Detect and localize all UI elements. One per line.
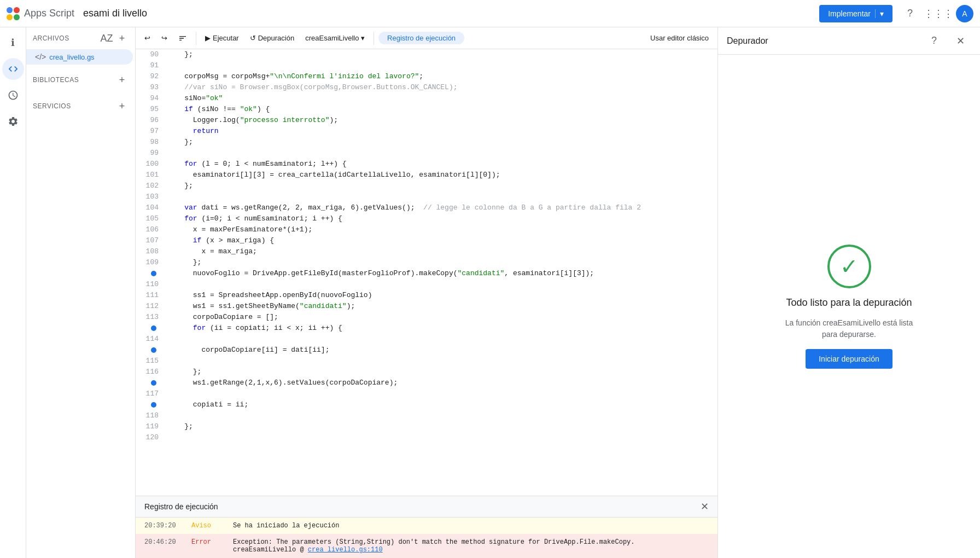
code-line-91: 91 xyxy=(136,60,718,71)
code-line-112: 112 ws1 = ss1.getSheetByName("candidati"… xyxy=(136,301,718,312)
code-lines: 90 }; 91 92 corpoMsg = corpoMsg+"\n\nCon… xyxy=(136,49,718,443)
breakpoint-115[interactable] xyxy=(151,347,156,353)
files-section-title: Archivos xyxy=(33,34,69,42)
topbar: Apps Script esami di livello Implementar… xyxy=(0,0,980,27)
libraries-section-header: Bibliotecas + xyxy=(26,69,135,91)
code-line-100: 100 for (l = 0; l < numEsaminatori; l++)… xyxy=(136,159,718,170)
debugger-header-icons: ? ✕ xyxy=(923,30,971,52)
sort-files-button[interactable]: AZ xyxy=(100,32,113,45)
apps-icon-button[interactable]: ⋮⋮⋮ xyxy=(928,3,949,25)
logo-dot-yellow xyxy=(7,14,13,20)
execution-log-button[interactable]: Registro de ejecución xyxy=(378,32,464,44)
implement-button[interactable]: Implementar ▾ xyxy=(819,5,892,22)
logo: Apps Script xyxy=(7,7,74,20)
log-time-1: 20:39:20 xyxy=(144,522,183,530)
debug-icon: ↺ xyxy=(250,34,256,42)
code-line-98: 98 }; xyxy=(136,137,718,148)
log-link-2[interactable]: crea_livello.gs:110 xyxy=(308,546,383,554)
debugger-header: Depurador ? ✕ xyxy=(718,27,980,55)
ready-check-circle: ✓ xyxy=(827,245,871,288)
services-section-title: Servicios xyxy=(33,102,71,110)
implement-caret-icon: ▾ xyxy=(875,9,884,18)
logo-dot-red xyxy=(14,7,20,13)
debugger-help-button[interactable]: ? xyxy=(923,30,945,52)
run-button[interactable]: ▶ Ejecutar xyxy=(201,32,243,44)
code-editor[interactable]: 90 }; 91 92 corpoMsg = corpoMsg+"\n\nCon… xyxy=(136,49,718,496)
app-name: Apps Script xyxy=(24,8,74,19)
exec-log-close-button[interactable]: ✕ xyxy=(701,501,709,513)
code-line-115: 115 corpoDaCopiare[ii] = dati[ii]; xyxy=(136,345,718,367)
function-selector[interactable]: creaEsamiLivello ▾ xyxy=(301,32,369,44)
toolbar-separator-2 xyxy=(374,32,374,45)
debugger-ready-title: Todo listo para la depuración xyxy=(786,297,912,309)
code-line-90: 90 }; xyxy=(136,49,718,60)
code-line-99: 99 xyxy=(136,148,718,159)
code-line-107: 107 if (x > max_riga) { xyxy=(136,235,718,246)
code-line-101: 101 esaminatori[l][3] = crea_cartella(id… xyxy=(136,170,718,181)
breakpoint-114[interactable] xyxy=(151,326,156,331)
add-library-button[interactable]: + xyxy=(115,73,129,86)
debugger-content: ✓ Todo listo para la depuración La funci… xyxy=(718,55,980,558)
avatar[interactable]: A xyxy=(956,5,973,22)
log-entry-1: 20:39:20 Aviso Se ha iniciado la ejecuci… xyxy=(136,518,718,534)
code-line-106: 106 x = maxPerEsaminatore*(i+1); xyxy=(136,224,718,235)
code-line-96: 96 Logger.log("processo interrotto"); xyxy=(136,115,718,126)
code-line-117: 117 ws1.getRange(2,1,x,6).setValues(corp… xyxy=(136,377,718,399)
google-logo xyxy=(7,7,20,20)
left-sidebar: ℹ xyxy=(0,27,26,558)
file-name: crea_livello.gs xyxy=(49,53,94,61)
code-line-97: 97 return xyxy=(136,126,718,137)
breakpoint-117[interactable] xyxy=(151,380,156,386)
exec-log-title: Registro de ejecución xyxy=(144,502,218,511)
sidebar-settings-icon[interactable] xyxy=(2,111,24,132)
log-level-2: Error xyxy=(191,538,224,554)
log-msg-2: Exception: The parameters (String,String… xyxy=(233,538,635,554)
code-line-116: 116 }; xyxy=(136,367,718,377)
code-line-102: 102 }; xyxy=(136,181,718,191)
log-link-prefix-2: creaEsamiLivello @ xyxy=(233,546,308,554)
main-layout: ℹ Archivos AZ + </> crea_livello.gs Bibl… xyxy=(0,27,980,558)
log-msg-1: Se ha iniciado la ejecución xyxy=(233,522,339,530)
breakpoint-110[interactable] xyxy=(151,271,156,276)
editor-container: ↩ ↪ ▶ Ejecutar ↺ Depuración creaEsamiLiv… xyxy=(136,27,718,558)
code-line-103: 103 xyxy=(136,191,718,202)
help-icon-button[interactable]: ? xyxy=(899,3,921,25)
add-file-button[interactable]: + xyxy=(115,32,129,45)
code-line-111: 111 ss1 = SpreadsheetApp.openById(nuovoF… xyxy=(136,290,718,301)
toolbar: ↩ ↪ ▶ Ejecutar ↺ Depuración creaEsamiLiv… xyxy=(136,27,718,49)
code-line-114: 114 for (ii = copiati; ii < x; ii ++) { xyxy=(136,323,718,345)
debugger-close-button[interactable]: ✕ xyxy=(949,30,971,52)
toolbar-separator-1 xyxy=(196,32,196,45)
log-entry-2: 20:46:20 Error Exception: The parameters… xyxy=(136,534,718,558)
log-level-1: Aviso xyxy=(191,522,224,530)
sidebar-info-icon[interactable]: ℹ xyxy=(2,32,24,54)
start-debug-button[interactable]: Iniciar depuración xyxy=(806,349,892,369)
file-icon: </> xyxy=(35,53,46,61)
services-section-header: Servicios + xyxy=(26,95,135,117)
redo-button[interactable]: ↪ xyxy=(157,32,172,44)
file-panel: Archivos AZ + </> crea_livello.gs Biblio… xyxy=(26,27,136,558)
code-line-109: 109 }; xyxy=(136,257,718,268)
project-name: esami di livello xyxy=(83,8,147,19)
code-line-104: 104 var dati = ws.getRange(2, 2, max_rig… xyxy=(136,202,718,213)
code-line-92: 92 corpoMsg = corpoMsg+"\n\nConfermi l'i… xyxy=(136,71,718,82)
debugger-panel: Depurador ? ✕ ✓ Todo listo para la depur… xyxy=(718,27,980,558)
breakpoint-118[interactable] xyxy=(151,402,156,408)
debug-button[interactable]: ↺ Depuración xyxy=(246,32,299,44)
sidebar-clock-icon[interactable] xyxy=(2,84,24,106)
logo-dot-green xyxy=(14,14,20,20)
add-service-button[interactable]: + xyxy=(115,100,129,113)
sidebar-code-icon[interactable] xyxy=(2,58,24,80)
logo-dot-blue xyxy=(7,7,13,13)
code-line-95: 95 if (siNo !== "ok") { xyxy=(136,104,718,115)
code-line-93: 93 //var siNo = Browser.msgBox(corpoMsg,… xyxy=(136,82,718,93)
format-button[interactable] xyxy=(174,32,191,45)
debugger-title: Depurador xyxy=(727,36,768,46)
classic-editor-button[interactable]: Usar editor clásico xyxy=(646,32,713,44)
file-item-crea-livello[interactable]: </> crea_livello.gs xyxy=(26,49,133,65)
undo-button[interactable]: ↩ xyxy=(140,32,155,44)
code-line-110: 110 nuovoFoglio = DriveApp.getFileById(m… xyxy=(136,268,718,290)
code-line-120: 120 xyxy=(136,432,718,443)
check-mark-icon: ✓ xyxy=(840,254,859,279)
code-line-118: 118 copiati = ii; xyxy=(136,399,718,421)
